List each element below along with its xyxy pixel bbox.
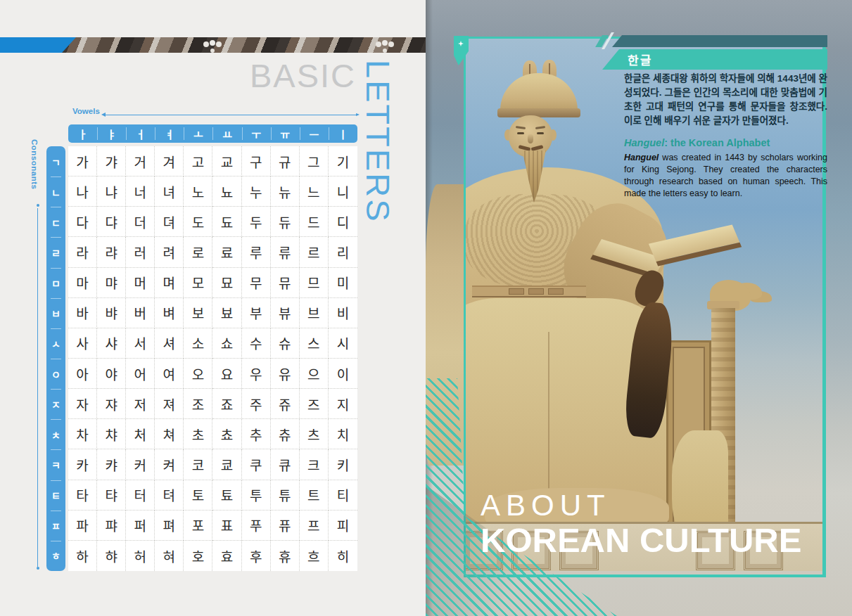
arrow-right-icon <box>356 113 360 116</box>
syllable-cell: 듀 <box>271 207 300 237</box>
vowel-cell: ㅛ <box>212 124 241 143</box>
hangul-title: 한글 <box>628 51 652 68</box>
syllable-cell: 쿄 <box>212 449 241 480</box>
syllable-cell: 히 <box>329 541 357 571</box>
syllable-cell: 마 <box>68 268 97 298</box>
syllable-cell: 무 <box>242 268 271 298</box>
syllable-cell: 루 <box>242 237 271 267</box>
syllable-cell: 키 <box>329 449 357 480</box>
syllable-cell: 류 <box>271 237 300 267</box>
syllable-cell: 뮤 <box>271 268 300 298</box>
syllable-cell: 트 <box>300 480 329 511</box>
vowel-cell: ㅡ <box>300 124 329 143</box>
syllable-cell: 로 <box>184 237 212 267</box>
syllable-cell: 리 <box>329 237 357 267</box>
left-page: BASIC LETTERS Vowels Consonants ㅏㅑㅓㅕㅗㅛㅜㅠ… <box>0 0 426 616</box>
header-dark-teal-band <box>612 35 827 47</box>
syllable-cell: 디 <box>329 207 357 237</box>
syllable-cell: 타 <box>68 480 97 511</box>
page-title-letters: LETTERS <box>362 60 395 224</box>
syllable-cell: 지 <box>329 389 357 419</box>
syllable-cell: 츠 <box>300 419 329 449</box>
syllable-cell: 려 <box>155 237 184 267</box>
syllable-cell: 교 <box>212 146 241 177</box>
syllable-cell: 보 <box>184 298 212 328</box>
syllable-cell: 파 <box>68 511 97 541</box>
syllable-cell: 탸 <box>97 480 126 511</box>
syllable-cell: 미 <box>329 268 357 298</box>
syllable-cell: 흐 <box>300 541 329 571</box>
syllable-cell: 피 <box>329 511 357 541</box>
syllable-cell: 구 <box>242 146 271 177</box>
syllable-cell: 텨 <box>155 480 184 511</box>
syllable-cell: 혀 <box>155 541 184 571</box>
syllable-cell: 러 <box>126 237 155 267</box>
syllable-cell: 포 <box>184 511 212 541</box>
syllable-cell: 켜 <box>155 449 184 480</box>
syllable-cell: 티 <box>329 480 357 511</box>
syllable-cell: 퓨 <box>271 511 300 541</box>
consonant-cell: ㄱ <box>46 146 65 177</box>
syllable-cell: 푸 <box>242 511 271 541</box>
syllable-cell: 거 <box>126 146 155 177</box>
syllable-cell: 치 <box>329 419 357 449</box>
syllable-cell: 소 <box>184 328 212 359</box>
consonant-cell: ㄹ <box>46 237 65 267</box>
header-photo-strip <box>0 37 426 53</box>
syllable-cell: 르 <box>300 237 329 267</box>
vowel-cell: ㅣ <box>329 124 357 143</box>
syllable-cell: 뇨 <box>212 177 241 207</box>
syllable-cell: 브 <box>300 298 329 328</box>
syllable-cell: 코 <box>184 449 212 480</box>
syllable-cell: 기 <box>329 146 357 177</box>
syllable-cell: 스 <box>300 328 329 359</box>
syllable-cell: 샤 <box>97 328 126 359</box>
syllable-cell: 뎌 <box>155 207 184 237</box>
syllable-cell: 투 <box>242 480 271 511</box>
consonants-arrow-line <box>37 208 38 567</box>
syllable-cell: 뱌 <box>97 298 126 328</box>
vowel-cell: ㅗ <box>184 124 212 143</box>
dot-icon <box>37 567 39 570</box>
syllable-cell: 슈 <box>271 328 300 359</box>
syllable-cell: 누 <box>242 177 271 207</box>
syllable-cell: 하 <box>68 541 97 571</box>
syllable-cell: 유 <box>271 359 300 389</box>
footer-title-korean-culture: KOREAN CULTURE <box>481 523 801 558</box>
vowel-cell: ㅏ <box>68 124 97 143</box>
vowel-cell: ㅓ <box>126 124 155 143</box>
syllable-cell: 호 <box>184 541 212 571</box>
syllable-cell: 으 <box>300 359 329 389</box>
consonant-cell: ㅊ <box>46 419 65 449</box>
hanguel-subheading: Hanguel: the Korean Alphabet <box>624 137 770 148</box>
syllable-cell: 요 <box>212 359 241 389</box>
syllable-cell: 우 <box>242 359 271 389</box>
consonants-label: Consonants <box>30 139 39 189</box>
syllable-cell: 커 <box>126 449 155 480</box>
syllable-cell: 시 <box>329 328 357 359</box>
syllable-cell: 나 <box>68 177 97 207</box>
consonant-cell: ㅅ <box>46 328 65 359</box>
syllable-cell: 저 <box>126 389 155 419</box>
syllable-cell: 추 <box>242 419 271 449</box>
syllable-cell: 부 <box>242 298 271 328</box>
english-italic-part: Hanguel <box>624 153 659 162</box>
syllable-cell: 조 <box>184 389 212 419</box>
syllable-cell: 녀 <box>155 177 184 207</box>
syllable-cell: 챠 <box>97 419 126 449</box>
dot-icon <box>37 204 39 207</box>
syllable-cell: 터 <box>126 480 155 511</box>
syllable-cell: 노 <box>184 177 212 207</box>
syllable-cell: 됴 <box>212 207 241 237</box>
korean-paragraph: 한글은 세종대왕 휘하의 학자들에 의해 1443년에 완성되었다. 그들은 인… <box>624 72 827 128</box>
consonant-cell: ㅍ <box>46 511 65 541</box>
syllable-cell: 댜 <box>97 207 126 237</box>
syllable-cell: 차 <box>68 419 97 449</box>
vowel-cell: ㅜ <box>242 124 271 143</box>
syllable-cell: 아 <box>68 359 97 389</box>
syllable-cell: 펴 <box>155 511 184 541</box>
syllable-cell: 뉴 <box>271 177 300 207</box>
syllable-cell: 너 <box>126 177 155 207</box>
syllable-cell: 주 <box>242 389 271 419</box>
syllable-cell: 머 <box>126 268 155 298</box>
